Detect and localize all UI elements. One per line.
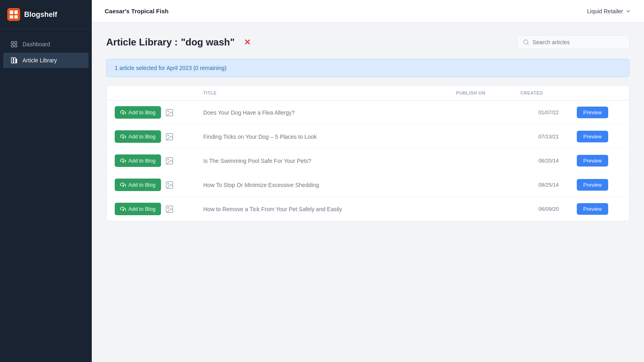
article-title-4: How To Stop Or Minimize Excessive Sheddi… [203,182,456,188]
table-row: Add to Blog How To Stop Or Minimize Exce… [107,173,629,197]
add-to-blog-label-4: Add to Blog [128,182,155,188]
image-icon-1 [165,108,174,117]
add-to-blog-cell-4: Add to Blog [115,179,203,191]
svg-point-11 [168,111,169,112]
add-to-blog-button-2[interactable]: Add to Blog [115,130,161,143]
svg-rect-5 [14,58,16,63]
add-to-blog-label-3: Add to Blog [128,158,155,164]
col-created: CREATED [520,90,577,95]
main-content: Caesar's Tropical Fish Liquid Retailer A… [92,0,644,362]
banner-text: 1 article selected for April 2023 (0 rem… [115,65,227,71]
image-icon [165,156,174,165]
table-row: Add to Blog Is The Swimming Pool Safe Fo… [107,149,629,173]
preview-button-1[interactable]: Preview [577,107,608,118]
article-title-5: How to Remove a Tick From Your Pet Safel… [203,206,456,212]
image-icon-4 [165,181,174,189]
logo-icon [7,8,20,21]
dashboard-icon [10,41,18,48]
preview-button-4[interactable]: Preview [577,179,608,191]
svg-point-14 [168,135,169,136]
svg-rect-2 [11,45,13,47]
content-area: Article Library : "dog wash" ✕ 1 article… [92,23,644,362]
preview-cell-1: Preview [577,107,621,118]
svg-point-17 [168,159,169,160]
svg-rect-4 [11,58,13,63]
upload-icon [120,110,126,115]
app-name: Blogshelf [24,10,57,19]
add-to-blog-label-5: Add to Blog [128,206,155,212]
preview-button-3[interactable]: Preview [577,155,608,167]
created-2: 07/13/21 [520,134,577,140]
image-icon-3 [165,156,174,165]
add-to-blog-label-2: Add to Blog [128,134,155,140]
article-title-2: Finding Ticks on Your Dog – 5 Places to … [203,134,456,140]
image-icon [165,132,174,141]
sidebar-item-dashboard[interactable]: Dashboard [3,37,89,52]
search-box[interactable] [517,35,630,49]
svg-point-7 [524,40,528,44]
svg-rect-0 [11,41,13,43]
add-to-blog-button-4[interactable]: Add to Blog [115,179,161,191]
created-4: 08/25/14 [520,182,577,188]
articles-table: TITLE PUBLISH ON CREATED Add to Blog [106,85,630,221]
info-banner: 1 article selected for April 2023 (0 rem… [106,59,630,77]
add-to-blog-cell-5: Add to Blog [115,203,203,215]
add-to-blog-label-1: Add to Blog [128,109,155,115]
page-header: Article Library : "dog wash" ✕ [106,35,630,49]
upload-icon [120,134,126,140]
preview-cell-2: Preview [577,131,621,142]
table-row: Add to Blog Does Your Dog Have a Flea Al… [107,101,629,125]
svg-line-8 [527,43,528,45]
created-1: 01/07/22 [520,109,577,115]
search-icon [523,39,529,45]
add-to-blog-button-5[interactable]: Add to Blog [115,203,161,215]
search-query: "dog wash" [181,37,234,48]
created-5: 06/09/20 [520,206,577,212]
sidebar-item-article-library-label: Article Library [23,57,57,64]
preview-cell-5: Preview [577,203,621,215]
sidebar-item-dashboard-label: Dashboard [23,41,50,47]
account-name: Liquid Retailer [587,8,623,14]
col-preview [577,90,621,95]
add-to-blog-cell-1: Add to Blog [115,106,203,119]
svg-point-20 [168,183,169,184]
article-title-1: Does Your Dog Have a Flea Allergy? [203,109,456,116]
sidebar-item-article-library[interactable]: Article Library [3,53,89,68]
preview-cell-3: Preview [577,155,621,167]
article-library-icon [10,57,18,64]
search-input[interactable] [533,39,623,45]
col-title: TITLE [203,90,456,95]
sidebar-nav: Dashboard Article Library [0,29,92,75]
upload-icon [120,182,126,188]
add-to-blog-button-1[interactable]: Add to Blog [115,106,161,119]
account-dropdown[interactable]: Liquid Retailer [587,8,632,14]
table-row: Add to Blog Finding Ticks on Your Dog – … [107,125,629,149]
logo-area: Blogshelf [0,0,92,29]
svg-point-23 [168,207,169,208]
preview-button-5[interactable]: Preview [577,203,608,215]
image-icon-5 [165,205,174,214]
preview-button-2[interactable]: Preview [577,131,608,142]
image-icon [165,108,174,117]
upload-icon [120,206,126,212]
page-title: Article Library : "dog wash" ✕ [106,37,251,48]
store-name: Caesar's Tropical Fish [105,8,169,14]
created-3: 06/20/14 [520,158,577,164]
svg-rect-1 [15,41,17,43]
clear-search-button[interactable]: ✕ [244,37,251,47]
topbar: Caesar's Tropical Fish Liquid Retailer [92,0,644,23]
add-to-blog-cell-2: Add to Blog [115,130,203,143]
add-to-blog-button-3[interactable]: Add to Blog [115,154,161,167]
col-publish-on: PUBLISH ON [456,90,520,95]
page-title-prefix: Article Library : [106,37,178,48]
image-icon-2 [165,132,174,141]
chevron-down-icon [625,8,631,14]
svg-rect-6 [16,59,17,63]
article-title-3: Is The Swimming Pool Safe For Your Pets? [203,158,456,164]
sidebar: Blogshelf Dashboard Article Library [0,0,92,362]
upload-icon [120,158,126,164]
preview-cell-4: Preview [577,179,621,191]
svg-rect-3 [15,45,17,47]
table-header: TITLE PUBLISH ON CREATED [107,86,629,101]
image-icon [165,181,174,189]
